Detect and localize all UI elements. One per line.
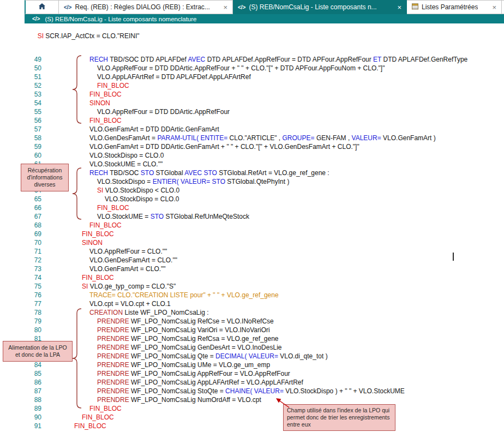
code-line-text: VLO.GenFamArt = DTD DDArtic.GenFamArt + … — [89, 142, 359, 151]
code-line-text: RECH TBD/SOC DTD APLAFDef AVEC DTD APLAF… — [89, 55, 467, 64]
code-line[interactable]: 82PRENDRE WF_LPO_NomCsaLig GenDesArt = V… — [0, 343, 504, 352]
code-line[interactable]: 51VLO.AppLAFArtRef = DTD APLAFDef.AppLAF… — [0, 73, 504, 81]
code-line[interactable]: 84PRENDRE WF_LPO_NomCsaLig UMe = VLO.ge_… — [0, 361, 504, 369]
code-tab-icon: </> — [32, 16, 40, 22]
code-line[interactable]: 69FIN_BLOC — [0, 230, 504, 238]
code-line[interactable]: 77VLO.cpt = VLO.cpt + CLO.1 — [0, 299, 504, 308]
tab-listes-parametrees[interactable]: Listes Paramétrées × — [407, 0, 502, 14]
line-number: 75 — [0, 282, 44, 291]
code-line-text: VLO.StockDispo = CLO.0 — [105, 195, 179, 203]
line-number: 89 — [0, 404, 44, 413]
code-line[interactable]: 72VLO.GenDesFamArt = CLO."" — [0, 256, 504, 265]
code-line-text: VLO.StockDispo = CLO.0 — [89, 151, 164, 160]
code-line[interactable]: 62RECH TBD/SOC STO STGlobal AVEC STO STG… — [0, 169, 504, 177]
code-line-text: PRENDRE WF_LPO_NomCsaLig AppLAFArtRef = … — [97, 378, 303, 387]
code-line-text: VLO.StockDispo = ENTIER( VALEUR= STO STG… — [97, 177, 289, 186]
line-number: 51 — [0, 73, 44, 81]
code-line[interactable]: 91FIN_BLOC — [0, 422, 504, 430]
code-line-text: VLO.AppRefFour = CLO."" — [89, 247, 167, 256]
line-number: 88 — [0, 395, 44, 404]
line-number: 68 — [0, 221, 44, 230]
annotation-recuperation: Récupération d'informations diverses — [21, 164, 69, 191]
code-line[interactable]: 75SI VLO.ge_typ_comp = CLO."S" — [0, 282, 504, 291]
home-tab[interactable] — [25, 0, 59, 14]
code-line[interactable]: 53FIN_BLOC — [0, 90, 504, 99]
code-line[interactable]: 68FIN_BLOC — [0, 221, 504, 230]
code-line[interactable]: 71VLO.AppRefFour = CLO."" — [0, 247, 504, 256]
code-line[interactable]: 83PRENDRE WF_LPO_NomCsaLig Qte = DECIMAL… — [0, 352, 504, 361]
line-number: 70 — [0, 238, 44, 247]
code-line[interactable]: 49RECH TBD/SOC DTD APLAFDef AVEC DTD APL… — [0, 55, 504, 64]
code-line-text: FIN_BLOC — [89, 221, 122, 230]
code-line-text: SINON — [89, 99, 110, 107]
line-number: 79 — [0, 317, 44, 326]
code-line[interactable]: 70SINON — [0, 238, 504, 247]
code-line-text: FIN_BLOC — [82, 273, 114, 282]
tab-label: Req. (REB) : Règles DIALOG (REB) : Extra… — [75, 3, 209, 11]
code-line[interactable]: 90FIN_BLOC — [0, 413, 504, 422]
code-line-text: SINON — [82, 238, 103, 247]
code-line[interactable]: 56FIN_BLOC — [0, 116, 504, 125]
code-line[interactable]: 54SINON — [0, 99, 504, 107]
code-line[interactable]: 66FIN_BLOC — [0, 203, 504, 212]
code-line-text: PRENDRE WF_LPO_NomCsaLig RefCsa = VLO.ge… — [97, 334, 278, 343]
annotation-alimentation: Alimentation de la LPO et donc de la LPA — [3, 341, 73, 362]
code-line[interactable]: 79PRENDRE WF_LPO_NomCsaLig RefCse = VLO.… — [0, 317, 504, 326]
tab-bar: </> Req. (REB) : Règles DIALOG (REB) : E… — [0, 0, 504, 14]
code-line[interactable]: 85PRENDRE WF_LPO_NomCsaLig AppRefFour = … — [0, 369, 504, 378]
editor-title: (S) REB/NomCsaLig - Liste composants nom… — [45, 16, 196, 22]
line-number: 50 — [0, 64, 44, 73]
code-line-text: VLO.GenFamArt = CLO."" — [89, 265, 166, 273]
code-line-text: PRENDRE WF_LPO_NomCsaLig UMe = VLO.ge_um… — [97, 361, 270, 369]
code-editor[interactable]: 49RECH TBD/SOC DTD APLAFDef AVEC DTD APL… — [0, 55, 504, 432]
code-line-text: PRENDRE WF_LPO_NomCsaLig Qte = DECIMAL( … — [97, 352, 328, 361]
code-line[interactable]: 87PRENDRE WF_LPO_NomCsaLig StoQte = CHAI… — [0, 387, 504, 395]
tab-commandes[interactable]: Comman — [502, 0, 504, 14]
code-line[interactable]: 50VLO.AppRefFour = DTD DDArtic.AppRefFou… — [0, 64, 504, 73]
code-line[interactable]: 58VLO.GenDesFamArt = PARAM-UTIL( ENTITE=… — [0, 134, 504, 142]
close-icon[interactable]: × — [394, 3, 401, 11]
code-line[interactable]: 64SI VLO.StockDispo < CLO.0 — [0, 186, 504, 195]
code-line-text: PRENDRE WF_LPO_NomCsaLig AppRefFour = VL… — [97, 369, 290, 378]
line-number: 57 — [0, 125, 44, 134]
line-number: 56 — [0, 116, 44, 125]
code-line[interactable]: 52FIN_BLOC — [0, 81, 504, 90]
code-line-text: VLO.GenDesFamArt = PARAM-UTIL( ENTITE= C… — [89, 134, 436, 142]
context-line: SI SCR.IAP_ActCtx = CLO."REINI" — [34, 25, 140, 40]
close-icon[interactable]: × — [489, 3, 496, 11]
code-line[interactable]: 59VLO.GenFamArt = DTD DDArtic.GenFamArt … — [0, 142, 504, 151]
code-line[interactable]: 80PRENDRE WF_LPO_NomCsaLig VariOri = VLO… — [0, 326, 504, 334]
line-number: 73 — [0, 265, 44, 273]
code-tab-icon: </> — [238, 4, 245, 10]
code-line[interactable]: 65VLO.StockDispo = CLO.0 — [0, 195, 504, 203]
tab-label: (S) REB/NomCsaLig - Liste composants n..… — [249, 3, 376, 11]
tab-nomcsalig[interactable]: </> (S) REB/NomCsaLig - Liste composants… — [233, 0, 407, 14]
code-line[interactable]: 57VLO.GenFamArt = DTD DDArtic.GenFamArt — [0, 125, 504, 134]
code-line-text: PRENDRE WF_LPO_NomCsaLig RefCse = VLO.IN… — [97, 317, 274, 326]
code-line[interactable]: 86PRENDRE WF_LPO_NomCsaLig AppLAFArtRef … — [0, 378, 504, 387]
tab-req-reb[interactable]: </> Req. (REB) : Règles DIALOG (REB) : E… — [59, 0, 233, 14]
code-line-text: PRENDRE WF_LPO_NomCsaLig GenDesArt = VLO… — [97, 343, 281, 352]
tab-bar-spacer — [0, 0, 25, 14]
code-line[interactable]: 60VLO.StockDispo = CLO.0 — [0, 151, 504, 160]
code-line[interactable]: 89FIN_BLOC — [0, 404, 504, 413]
line-number: 52 — [0, 81, 44, 90]
line-number: 85 — [0, 369, 44, 378]
line-number: 76 — [0, 291, 44, 299]
line-number: 87 — [0, 387, 44, 395]
code-line[interactable]: 55VLO.AppRefFour = DTD DDArtic.AppRefFou… — [0, 107, 504, 116]
list-icon — [412, 3, 418, 11]
code-line[interactable]: 67VLO.StockUME = STO STGlobal.RefUnMeQte… — [0, 212, 504, 221]
code-line[interactable]: 73VLO.GenFamArt = CLO."" — [0, 265, 504, 273]
line-number: 58 — [0, 134, 44, 142]
code-line[interactable]: 76TRACE= CLO."CREATION LISTE pour" + " "… — [0, 291, 504, 299]
code-line[interactable]: 88PRENDRE WF_LPO_NomCsaLig NumOrdAff = V… — [0, 395, 504, 404]
code-line[interactable]: 81PRENDRE WF_LPO_NomCsaLig RefCsa = VLO.… — [0, 334, 504, 343]
close-icon[interactable]: × — [220, 3, 227, 11]
code-line[interactable]: 61VLO.StockUME = CLO."" — [0, 160, 504, 169]
code-line[interactable]: 63VLO.StockDispo = ENTIER( VALEUR= STO S… — [0, 177, 504, 186]
line-number: 53 — [0, 90, 44, 99]
code-line-text: FIN_BLOC — [97, 203, 129, 212]
code-line[interactable]: 78CREATION Liste WF_LPO_NomCsaLig : — [0, 308, 504, 317]
code-line[interactable]: 74FIN_BLOC — [0, 273, 504, 282]
